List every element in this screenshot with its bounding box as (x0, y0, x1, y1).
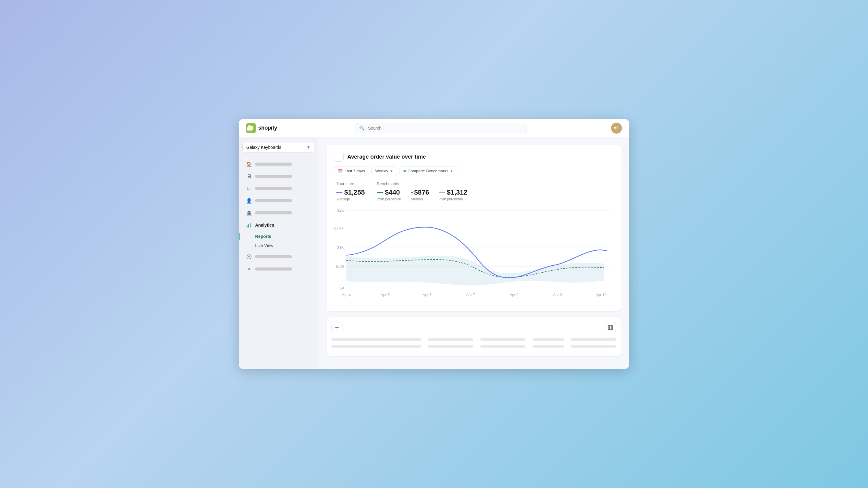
filter-icon (335, 325, 339, 330)
benchmarks-legend: Benchmarks $440 25th percentile (377, 182, 467, 201)
columns-icon (608, 325, 613, 330)
logo-area: S shopify (246, 123, 313, 133)
main-content: ← Average order value over time 📅 Last 7… (318, 137, 629, 369)
reports-label: Reports (255, 234, 271, 239)
shopify-logo-icon: S (246, 123, 256, 133)
back-arrow-icon: ← (337, 154, 341, 159)
sub-nav: Reports Live View (239, 232, 318, 250)
logo-text: shopify (258, 125, 277, 131)
your-store-items: $1,255 Average (336, 189, 365, 201)
chart-title: Average order value over time (347, 154, 426, 160)
ph-cell (533, 338, 564, 341)
tag-icon: 🏷 (246, 186, 252, 192)
p75-legend-item: $1,312 75th percentile (439, 189, 467, 201)
chevron-down-icon: ▼ (450, 169, 453, 173)
sidebar-item-orders[interactable]: 🖥 (241, 171, 316, 182)
p25-label: 25th percentile (377, 197, 401, 201)
nav-label-placeholder (255, 212, 292, 215)
p25-legend-item: $440 25th percentile (377, 189, 401, 201)
ph-cell (533, 345, 564, 348)
svg-rect-3 (248, 224, 249, 228)
dashed-line-25-icon (377, 192, 383, 193)
svg-text:$2K: $2K (337, 208, 344, 213)
back-button[interactable]: ← (334, 152, 344, 162)
period-filter-label: Weekly (375, 169, 388, 173)
chart-card: ← Average order value over time 📅 Last 7… (327, 144, 621, 311)
ph-cell (332, 345, 421, 348)
line-75-icon (439, 192, 445, 193)
nav-label-placeholder (255, 163, 292, 166)
nav-label-placeholder (255, 187, 292, 190)
svg-text:Apr 5: Apr 5 (380, 293, 390, 297)
calendar-icon: 📅 (338, 169, 343, 173)
nav-label-placeholder (255, 199, 292, 202)
table-filter-button[interactable] (332, 322, 342, 333)
svg-rect-25 (610, 325, 611, 330)
analytics-icon (246, 222, 252, 228)
date-filter-label: Last 7 days (345, 169, 365, 173)
body-layout: Galaxy Keyboards ▼ 🏠 🖥 🏷 👤 🏦 (239, 137, 629, 369)
home-icon: 🏠 (246, 161, 252, 167)
benchmarks-title: Benchmarks (377, 182, 467, 187)
svg-point-6 (248, 268, 250, 270)
analytics-label: Analytics (255, 223, 274, 228)
compare-filter-button[interactable]: Compare: Benchmarks ▼ (400, 166, 457, 175)
table-columns-button[interactable] (605, 322, 616, 333)
svg-rect-24 (608, 325, 610, 330)
sidebar-item-customers[interactable]: 👤 (241, 195, 316, 206)
ph-cell (571, 338, 616, 341)
sidebar-item-analytics[interactable]: Analytics (241, 220, 316, 231)
svg-text:Apr 8: Apr 8 (510, 293, 519, 297)
app-window: S shopify 🔍 AG Galaxy Keyboards ▼ 🏠 🖥 (239, 119, 629, 369)
store-selector[interactable]: Galaxy Keyboards ▼ (242, 142, 314, 153)
sidebar-item-finance[interactable]: 🏦 (241, 207, 316, 218)
apps-icon (246, 266, 252, 272)
table-top (332, 322, 616, 333)
median-legend-item: •• $876 Median (411, 189, 429, 201)
search-bar[interactable]: 🔍 (355, 123, 526, 133)
solid-line-icon (336, 192, 342, 193)
p75-label: 75th percentile (439, 197, 467, 201)
sidebar-item-marketing[interactable] (241, 251, 316, 262)
sidebar-item-products[interactable]: 🏷 (241, 183, 316, 194)
ph-cell (332, 338, 421, 341)
your-store-title: Your store (336, 182, 365, 187)
nav-label-placeholder (255, 267, 292, 270)
topbar: S shopify 🔍 AG (239, 119, 629, 137)
svg-text:$500: $500 (335, 264, 344, 269)
svg-text:$1.5K: $1.5K (334, 227, 344, 231)
ph-cell (428, 338, 473, 341)
sidebar-item-reports[interactable]: Reports (241, 232, 316, 241)
svg-text:Apr 9: Apr 9 (553, 293, 562, 297)
ph-cell (571, 345, 616, 348)
marketing-icon (246, 254, 252, 260)
chevron-down-icon: ▼ (390, 169, 393, 173)
sidebar-item-home[interactable]: 🏠 (241, 159, 316, 170)
orders-icon: 🖥 (246, 173, 252, 180)
search-icon: 🔍 (359, 126, 364, 131)
svg-rect-26 (611, 325, 613, 330)
median-value: $876 (414, 189, 429, 196)
p25-value: $440 (385, 189, 400, 196)
svg-text:$0: $0 (340, 286, 344, 290)
search-input[interactable] (355, 123, 526, 133)
average-label: Average (336, 197, 365, 201)
chart-container: $2K $1.5K $1K $500 $0 (334, 206, 614, 304)
period-filter-button[interactable]: Weekly ▼ (371, 166, 397, 175)
live-view-label: Live View (255, 243, 274, 248)
average-value: $1,255 (344, 189, 365, 196)
compare-dot-icon (403, 170, 406, 172)
sidebar-item-apps[interactable] (241, 263, 316, 274)
chart-header: ← Average order value over time (334, 152, 614, 162)
table-card (327, 317, 621, 356)
avatar[interactable]: AG (611, 123, 622, 134)
finance-icon: 🏦 (246, 210, 252, 216)
sidebar-item-live-view[interactable]: Live View (241, 241, 316, 250)
svg-text:Apr 10: Apr 10 (595, 293, 607, 297)
benchmarks-items: $440 25th percentile •• $876 Median (377, 189, 467, 201)
benchmark-band (346, 256, 604, 286)
ph-cell (480, 338, 525, 341)
chart-filters: 📅 Last 7 days Weekly ▼ Compare: Benchmar… (334, 166, 614, 175)
date-filter-button[interactable]: 📅 Last 7 days (334, 166, 369, 175)
p75-value: $1,312 (447, 189, 467, 196)
